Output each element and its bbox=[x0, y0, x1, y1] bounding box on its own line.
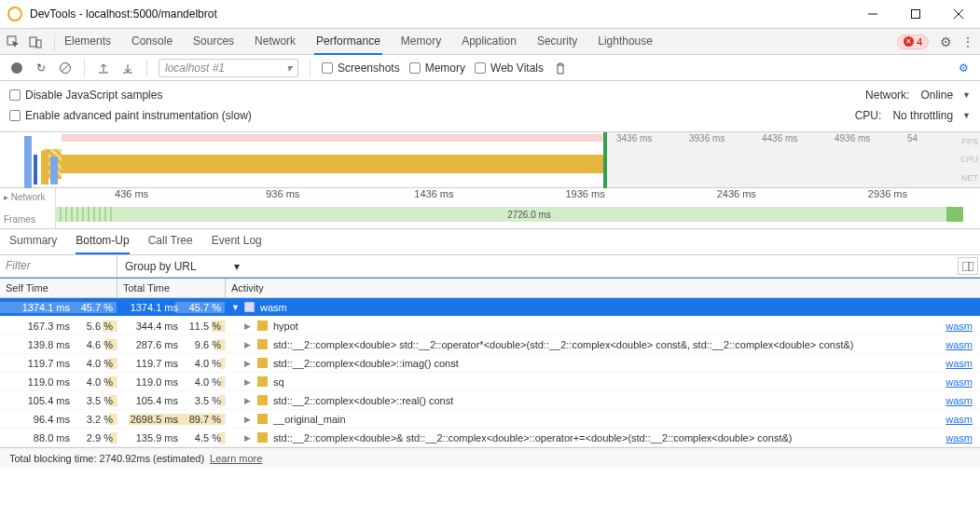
subtab-event-log[interactable]: Event Log bbox=[212, 234, 262, 254]
source-link[interactable]: wasm bbox=[945, 339, 973, 350]
timeline-tick: 1936 ms bbox=[510, 188, 661, 205]
svg-rect-1 bbox=[912, 10, 920, 19]
performance-toolbar: ↻ localhost #1▾ Screenshots Memory Web V… bbox=[0, 55, 980, 81]
col-self-time[interactable]: Self Time bbox=[0, 279, 117, 297]
expand-triangle-icon[interactable]: ▼ bbox=[231, 303, 239, 312]
tab-memory[interactable]: Memory bbox=[399, 29, 443, 55]
window-titlebar: DevTools - localhost:5000/mandelbrot bbox=[0, 0, 980, 29]
subtab-call-tree[interactable]: Call Tree bbox=[148, 234, 193, 254]
memory-checkbox[interactable]: Memory bbox=[409, 61, 465, 75]
filter-input[interactable]: Filter bbox=[0, 255, 117, 277]
tab-elements[interactable]: Elements bbox=[62, 29, 113, 55]
error-dot-icon: ✕ bbox=[904, 36, 914, 47]
save-profile-button[interactable] bbox=[120, 61, 135, 75]
tab-network[interactable]: Network bbox=[253, 29, 297, 55]
show-heaviest-stack-button[interactable] bbox=[958, 257, 978, 275]
expand-triangle-icon[interactable]: ▶ bbox=[244, 340, 252, 349]
timeline-tick: 2936 ms bbox=[812, 188, 963, 205]
total-blocking-time: Total blocking time: 2740.92ms (estimate… bbox=[9, 453, 204, 464]
tab-security[interactable]: Security bbox=[535, 29, 579, 55]
settings-gear-icon[interactable]: ⚙ bbox=[940, 34, 952, 49]
capture-settings-panel: Disable JavaScript samples Network: Onli… bbox=[0, 81, 980, 132]
window-minimize-button[interactable] bbox=[851, 0, 894, 29]
activity-color-swatch bbox=[257, 339, 268, 349]
web-vitals-label: Web Vitals bbox=[490, 61, 544, 75]
expand-triangle-icon[interactable]: ▶ bbox=[244, 359, 252, 368]
source-link[interactable]: wasm bbox=[945, 376, 973, 388]
window-maximize-button[interactable] bbox=[894, 0, 937, 29]
timeline-tick: 936 ms bbox=[207, 188, 358, 205]
screenshots-checkbox[interactable]: Screenshots bbox=[322, 61, 400, 75]
frame-block[interactable]: 2726.0 ms bbox=[112, 207, 946, 222]
reload-and-record-button[interactable]: ↻ bbox=[34, 61, 48, 75]
activity-name: hypot bbox=[273, 321, 298, 332]
table-row[interactable]: wasm167.3 ms5.6 %344.4 ms11.5 %▶hypot bbox=[0, 317, 980, 335]
devtools-tab-strip: ElementsConsoleSourcesNetworkPerformance… bbox=[0, 29, 980, 55]
timeline-tick: 436 ms bbox=[56, 188, 207, 205]
tab-lighthouse[interactable]: Lighthouse bbox=[596, 29, 655, 55]
table-row[interactable]: wasm96.4 ms3.2 %2698.5 ms89.7 %▶__origin… bbox=[0, 410, 980, 429]
table-row[interactable]: wasm119.7 ms4.0 %119.7 ms4.0 %▶std::__2:… bbox=[0, 354, 980, 373]
memory-label: Memory bbox=[425, 61, 465, 75]
error-count-badge[interactable]: ✕4 bbox=[897, 34, 929, 49]
expand-triangle-icon[interactable]: ▶ bbox=[244, 433, 252, 443]
overview-tick: 4936 ms bbox=[835, 133, 907, 144]
activity-name: std::__2::complex<double>::imag() const bbox=[273, 358, 459, 369]
tab-console[interactable]: Console bbox=[130, 29, 174, 55]
activity-color-swatch bbox=[257, 358, 268, 368]
performance-overview[interactable]: 436 ms936 ms1436 ms1936 ms2436 ms2936 ms… bbox=[0, 132, 980, 188]
cpu-label: CPU: bbox=[855, 109, 882, 122]
group-by-select[interactable]: Group by URL ▾ bbox=[117, 255, 956, 277]
expand-triangle-icon[interactable]: ▶ bbox=[244, 415, 252, 424]
inspect-element-icon[interactable] bbox=[6, 34, 21, 49]
overview-tick: 3936 ms bbox=[689, 133, 762, 144]
col-activity[interactable]: Activity bbox=[226, 279, 980, 297]
col-total-time[interactable]: Total Time bbox=[117, 279, 226, 297]
record-button[interactable] bbox=[9, 61, 24, 75]
clear-button[interactable] bbox=[58, 61, 73, 75]
tab-performance[interactable]: Performance bbox=[314, 29, 382, 55]
expand-triangle-icon[interactable]: ▶ bbox=[244, 377, 252, 387]
network-track-toggle[interactable]: ▸ Network bbox=[4, 192, 51, 202]
activity-color-swatch bbox=[257, 376, 268, 387]
activity-name: std::__2::complex<double>& std::__2::com… bbox=[273, 432, 793, 444]
expand-triangle-icon[interactable]: ▶ bbox=[244, 321, 252, 331]
tab-sources[interactable]: Sources bbox=[191, 29, 236, 55]
cpu-throttling-select[interactable]: No throttling▼ bbox=[892, 109, 971, 122]
activity-color-swatch bbox=[257, 432, 268, 443]
source-link[interactable]: wasm bbox=[945, 358, 973, 369]
overview-tick: 3436 ms bbox=[616, 133, 689, 144]
network-value: Online bbox=[920, 89, 953, 102]
expand-triangle-icon[interactable]: ▶ bbox=[244, 396, 252, 405]
profile-selector[interactable]: localhost #1▾ bbox=[159, 59, 298, 77]
activity-color-swatch bbox=[244, 302, 255, 312]
source-link[interactable]: wasm bbox=[945, 432, 973, 444]
table-row[interactable]: 1374.1 ms45.7 %1374.1 ms45.7 %▼wasm bbox=[0, 298, 980, 317]
source-link[interactable]: wasm bbox=[945, 321, 973, 332]
source-link[interactable]: wasm bbox=[945, 414, 973, 425]
source-link[interactable]: wasm bbox=[945, 395, 973, 406]
table-row[interactable]: wasm119.0 ms4.0 %119.0 ms4.0 %▶sq bbox=[0, 373, 980, 391]
disable-js-samples-checkbox[interactable]: Disable JavaScript samples bbox=[9, 89, 162, 102]
load-profile-button[interactable] bbox=[96, 61, 111, 75]
svg-rect-5 bbox=[30, 37, 36, 47]
paint-instrumentation-checkbox[interactable]: Enable advanced paint instrumentation (s… bbox=[9, 109, 252, 122]
network-throttling-select[interactable]: Online▼ bbox=[920, 89, 971, 102]
table-row[interactable]: wasm88.0 ms2.9 %135.9 ms4.5 %▶std::__2::… bbox=[0, 429, 980, 447]
table-row[interactable]: wasm139.8 ms4.6 %287.6 ms9.6 %▶std::__2:… bbox=[0, 335, 980, 354]
subtab-bottom-up[interactable]: Bottom-Up bbox=[76, 234, 129, 254]
more-menu-icon[interactable]: ⋮ bbox=[961, 34, 974, 49]
learn-more-link[interactable]: Learn more bbox=[210, 453, 262, 464]
garbage-collect-button[interactable] bbox=[553, 61, 568, 75]
tab-application[interactable]: Application bbox=[460, 29, 518, 55]
frames-track[interactable]: 2726.0 ms bbox=[56, 207, 963, 222]
timeline-panel[interactable]: ▸ Network Frames 436 ms936 ms1436 ms1936… bbox=[0, 188, 980, 229]
bottom-up-rows[interactable]: 1374.1 ms45.7 %1374.1 ms45.7 %▼wasmwasm1… bbox=[0, 298, 980, 447]
capture-settings-gear-icon[interactable]: ⚙ bbox=[956, 61, 971, 75]
activity-name: wasm bbox=[260, 302, 287, 313]
web-vitals-checkbox[interactable]: Web Vitals bbox=[475, 61, 544, 75]
subtab-summary[interactable]: Summary bbox=[9, 234, 57, 254]
device-toolbar-icon[interactable] bbox=[28, 34, 43, 49]
window-close-button[interactable] bbox=[937, 0, 980, 29]
table-row[interactable]: wasm105.4 ms3.5 %105.4 ms3.5 %▶std::__2:… bbox=[0, 391, 980, 410]
